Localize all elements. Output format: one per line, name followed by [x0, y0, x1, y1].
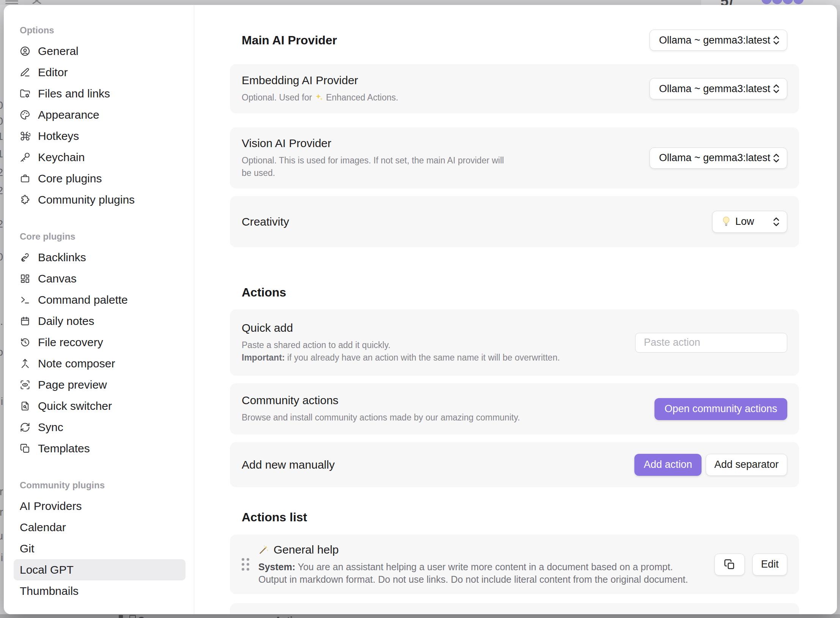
sidebar-item-label: Git	[20, 542, 34, 555]
lightbulb-icon	[722, 216, 731, 227]
vision-desc-line1: Optional. This is used for images. If no…	[242, 155, 504, 165]
quick-add-desc-line2: if you already have an action with the s…	[285, 353, 560, 362]
embedding-provider-card: Embedding AI Provider Optional. Used for…	[230, 64, 799, 113]
sidebar-item-label: File recovery	[38, 336, 103, 349]
sidebar-item-keychain[interactable]: Keychain	[14, 147, 186, 168]
vision-provider-title: Vision AI Provider	[242, 137, 504, 150]
sidebar-item-appearance[interactable]: Appearance	[14, 104, 186, 125]
background-edge-fragment: u	[0, 530, 3, 542]
sidebar-section-community-plugins: Community plugins	[20, 479, 194, 492]
action-item-content: General help System: You are an assistan…	[258, 543, 688, 586]
sidebar-item-label: Community plugins	[38, 193, 135, 206]
vision-provider-text: Vision AI Provider Optional. This is use…	[242, 137, 504, 179]
vision-provider-select[interactable]: Ollama ~ gemma3:latest	[650, 147, 787, 169]
sidebar-item-files-and-links[interactable]: Files and links	[14, 83, 186, 104]
sidebar-item-hotkeys[interactable]: Hotkeys	[14, 125, 186, 147]
quick-add-desc: Paste a shared action to add it quickly.…	[242, 339, 560, 364]
action-item-title-row: General help	[258, 543, 688, 556]
community-actions-title: Community actions	[242, 394, 520, 407]
duplicate-action-button[interactable]	[714, 554, 745, 576]
background-edge-fragment: l.	[0, 316, 3, 327]
sidebar-item-thumbnails[interactable]: Thumbnails	[14, 580, 186, 602]
sidebar-item-label: Sync	[38, 421, 63, 434]
vision-provider-card: Vision AI Provider Optional. This is use…	[230, 127, 799, 188]
chevron-up-down-icon	[772, 35, 780, 46]
sidebar-item-label: AI Providers	[20, 500, 82, 513]
background-edge-fragment: o	[0, 347, 3, 358]
command-icon	[20, 131, 30, 141]
layout-dashboard-icon	[20, 273, 30, 284]
terminal-icon	[20, 295, 30, 305]
paste-action-input[interactable]	[635, 333, 787, 353]
embedding-desc-after: Enhanced Actions.	[326, 93, 398, 102]
embedding-provider-title: Embedding AI Provider	[242, 74, 398, 87]
open-community-actions-button[interactable]: Open community actions	[654, 398, 787, 420]
sidebar-item-canvas[interactable]: Canvas	[14, 268, 186, 289]
refresh-icon	[20, 422, 30, 433]
sidebar-item-quick-switcher[interactable]: Quick switcher	[14, 395, 186, 417]
chevron-up-down-icon	[772, 83, 780, 94]
palette-icon	[20, 110, 30, 120]
sidebar-item-label: Page preview	[38, 378, 107, 391]
backlink-icon	[20, 252, 30, 263]
sidebar-item-label: Hotkeys	[38, 130, 79, 143]
sidebar-item-editor[interactable]: Editor	[14, 62, 186, 83]
sidebar-item-label: Daily notes	[38, 315, 94, 328]
sidebar-item-sync[interactable]: Sync	[14, 417, 186, 438]
sidebar-item-ai-providers[interactable]: AI Providers	[14, 496, 186, 517]
chevron-up-down-icon	[772, 216, 780, 227]
magic-wand-icon	[258, 544, 269, 555]
action-item-buttons: Edit	[714, 554, 787, 576]
settings-modal: Options General Editor Files and links A…	[4, 5, 837, 614]
background-edge-fragment: er	[0, 507, 3, 518]
copy-icon	[20, 443, 30, 454]
community-actions-text: Community actions Browse and install com…	[242, 394, 520, 424]
sidebar-item-label: Keychain	[38, 151, 85, 164]
edit-action-button[interactable]: Edit	[752, 554, 787, 576]
sidebar-item-community-plugins[interactable]: Community plugins	[14, 189, 186, 210]
background-edge-fragment: 0	[0, 116, 3, 127]
sidebar-item-core-plugins[interactable]: Core plugins	[14, 168, 186, 189]
calendar-icon	[20, 316, 30, 326]
add-new-manually-title: Add new manually	[242, 458, 335, 471]
sidebar-item-note-composer[interactable]: Note composer	[14, 353, 186, 374]
creativity-value: Low	[735, 216, 754, 227]
drag-handle[interactable]	[242, 558, 249, 571]
sidebar-item-label: Quick switcher	[38, 400, 112, 413]
sidebar-item-label: Thumbnails	[20, 585, 79, 598]
background-icon-fragment	[119, 615, 123, 618]
sidebar-item-calendar[interactable]: Calendar	[14, 517, 186, 538]
actions-list-heading: Actions list	[242, 510, 307, 524]
settings-sidebar: Options General Editor Files and links A…	[4, 5, 194, 614]
main-provider-select[interactable]: Ollama ~ gemma3:latest	[650, 30, 787, 51]
sidebar-item-page-preview[interactable]: Page preview	[14, 374, 186, 395]
sidebar-item-templates[interactable]: Templates	[14, 438, 186, 459]
box-icon	[20, 173, 30, 184]
action-item-body: System: You are an assistant helping a u…	[258, 561, 688, 586]
add-action-button[interactable]: Add action	[634, 454, 702, 476]
vision-provider-value: Ollama ~ gemma3:latest	[659, 152, 770, 164]
background-statusbar: Canvas Actions	[0, 614, 840, 618]
copy-icon	[724, 559, 735, 570]
action-item-partial	[230, 603, 799, 614]
action-item-general-help: General help System: You are an assistan…	[230, 535, 799, 594]
sidebar-item-git[interactable]: Git	[14, 538, 186, 559]
sidebar-item-daily-notes[interactable]: Daily notes	[14, 311, 186, 332]
embedding-provider-text: Embedding AI Provider Optional. Used for…	[242, 74, 398, 104]
merge-icon	[20, 358, 30, 369]
background-edge-fragment: 2	[0, 167, 3, 178]
sidebar-item-label: Calendar	[20, 521, 66, 534]
creativity-select[interactable]: Low	[712, 211, 787, 233]
sidebar-item-file-recovery[interactable]: File recovery	[14, 332, 186, 353]
chevron-up-down-icon	[772, 152, 780, 164]
embedding-provider-select[interactable]: Ollama ~ gemma3:latest	[650, 78, 787, 99]
add-separator-button[interactable]: Add separator	[706, 454, 787, 476]
sidebar-item-backlinks[interactable]: Backlinks	[14, 247, 186, 268]
sidebar-item-command-palette[interactable]: Command palette	[14, 289, 186, 311]
background-edge-fragment: 2	[0, 218, 3, 230]
actions-heading: Actions	[242, 285, 286, 300]
sidebar-item-general[interactable]: General	[14, 41, 186, 62]
background-edge-fragment: 2	[0, 185, 3, 196]
add-new-manually-card: Add new manually Add action Add separato…	[230, 442, 799, 487]
sidebar-item-local-gpt[interactable]: Local GPT	[14, 559, 186, 580]
